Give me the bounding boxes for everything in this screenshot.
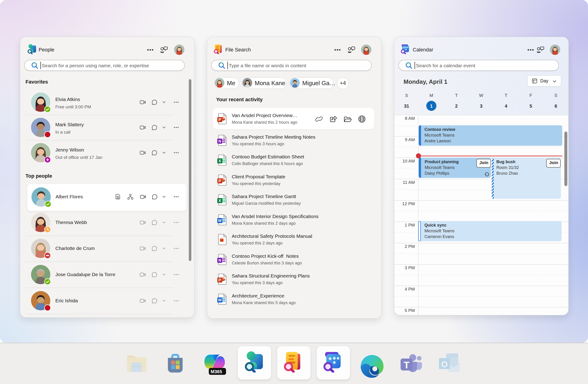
svg-text:N: N xyxy=(218,258,221,263)
svg-text:P: P xyxy=(218,278,221,282)
svg-text:X: X xyxy=(218,199,221,203)
svg-text:P: P xyxy=(218,179,221,183)
svg-text:W: W xyxy=(218,219,222,223)
svg-text:W: W xyxy=(218,298,222,302)
svg-text:N: N xyxy=(218,139,221,143)
svg-text:X: X xyxy=(218,159,221,163)
svg-text:P: P xyxy=(218,118,221,122)
svg-text:T: T xyxy=(403,360,410,370)
svg-text:O: O xyxy=(441,360,448,369)
